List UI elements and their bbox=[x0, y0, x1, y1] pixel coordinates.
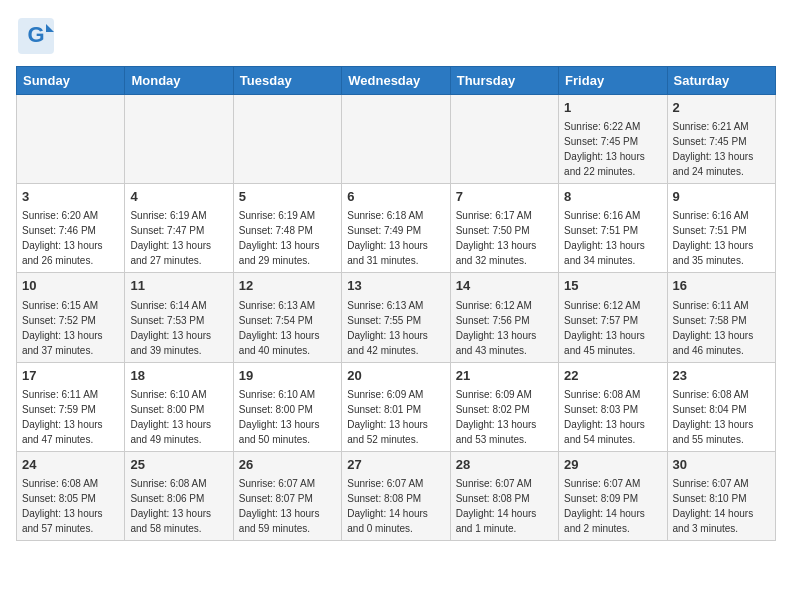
day-info: Sunrise: 6:13 AM Sunset: 7:54 PM Dayligh… bbox=[239, 300, 320, 356]
col-header-sunday: Sunday bbox=[17, 67, 125, 95]
calendar-cell bbox=[342, 95, 450, 184]
day-info: Sunrise: 6:19 AM Sunset: 7:48 PM Dayligh… bbox=[239, 210, 320, 266]
calendar-week-5: 24Sunrise: 6:08 AM Sunset: 8:05 PM Dayli… bbox=[17, 451, 776, 540]
day-info: Sunrise: 6:07 AM Sunset: 8:10 PM Dayligh… bbox=[673, 478, 754, 534]
day-number: 28 bbox=[456, 456, 553, 474]
calendar-cell: 30Sunrise: 6:07 AM Sunset: 8:10 PM Dayli… bbox=[667, 451, 775, 540]
col-header-saturday: Saturday bbox=[667, 67, 775, 95]
calendar-cell: 20Sunrise: 6:09 AM Sunset: 8:01 PM Dayli… bbox=[342, 362, 450, 451]
day-info: Sunrise: 6:20 AM Sunset: 7:46 PM Dayligh… bbox=[22, 210, 103, 266]
day-info: Sunrise: 6:22 AM Sunset: 7:45 PM Dayligh… bbox=[564, 121, 645, 177]
day-info: Sunrise: 6:07 AM Sunset: 8:08 PM Dayligh… bbox=[347, 478, 428, 534]
day-info: Sunrise: 6:16 AM Sunset: 7:51 PM Dayligh… bbox=[564, 210, 645, 266]
day-info: Sunrise: 6:08 AM Sunset: 8:05 PM Dayligh… bbox=[22, 478, 103, 534]
calendar-cell: 17Sunrise: 6:11 AM Sunset: 7:59 PM Dayli… bbox=[17, 362, 125, 451]
day-info: Sunrise: 6:09 AM Sunset: 8:01 PM Dayligh… bbox=[347, 389, 428, 445]
calendar-cell: 2Sunrise: 6:21 AM Sunset: 7:45 PM Daylig… bbox=[667, 95, 775, 184]
day-number: 18 bbox=[130, 367, 227, 385]
day-number: 17 bbox=[22, 367, 119, 385]
day-info: Sunrise: 6:08 AM Sunset: 8:03 PM Dayligh… bbox=[564, 389, 645, 445]
page-header: G bbox=[16, 16, 776, 56]
day-info: Sunrise: 6:11 AM Sunset: 7:58 PM Dayligh… bbox=[673, 300, 754, 356]
calendar-week-4: 17Sunrise: 6:11 AM Sunset: 7:59 PM Dayli… bbox=[17, 362, 776, 451]
day-info: Sunrise: 6:08 AM Sunset: 8:06 PM Dayligh… bbox=[130, 478, 211, 534]
calendar-cell: 4Sunrise: 6:19 AM Sunset: 7:47 PM Daylig… bbox=[125, 184, 233, 273]
calendar-cell bbox=[233, 95, 341, 184]
day-info: Sunrise: 6:11 AM Sunset: 7:59 PM Dayligh… bbox=[22, 389, 103, 445]
calendar-cell: 29Sunrise: 6:07 AM Sunset: 8:09 PM Dayli… bbox=[559, 451, 667, 540]
calendar-cell: 13Sunrise: 6:13 AM Sunset: 7:55 PM Dayli… bbox=[342, 273, 450, 362]
calendar-table: SundayMondayTuesdayWednesdayThursdayFrid… bbox=[16, 66, 776, 541]
col-header-tuesday: Tuesday bbox=[233, 67, 341, 95]
calendar-cell: 21Sunrise: 6:09 AM Sunset: 8:02 PM Dayli… bbox=[450, 362, 558, 451]
calendar-cell: 15Sunrise: 6:12 AM Sunset: 7:57 PM Dayli… bbox=[559, 273, 667, 362]
day-number: 4 bbox=[130, 188, 227, 206]
calendar-header-row: SundayMondayTuesdayWednesdayThursdayFrid… bbox=[17, 67, 776, 95]
day-info: Sunrise: 6:19 AM Sunset: 7:47 PM Dayligh… bbox=[130, 210, 211, 266]
day-number: 8 bbox=[564, 188, 661, 206]
calendar-cell bbox=[17, 95, 125, 184]
day-number: 3 bbox=[22, 188, 119, 206]
logo-icon: G bbox=[16, 16, 56, 56]
calendar-cell: 6Sunrise: 6:18 AM Sunset: 7:49 PM Daylig… bbox=[342, 184, 450, 273]
col-header-monday: Monday bbox=[125, 67, 233, 95]
calendar-cell: 18Sunrise: 6:10 AM Sunset: 8:00 PM Dayli… bbox=[125, 362, 233, 451]
calendar-cell: 23Sunrise: 6:08 AM Sunset: 8:04 PM Dayli… bbox=[667, 362, 775, 451]
calendar-cell: 8Sunrise: 6:16 AM Sunset: 7:51 PM Daylig… bbox=[559, 184, 667, 273]
day-number: 14 bbox=[456, 277, 553, 295]
day-number: 23 bbox=[673, 367, 770, 385]
day-number: 26 bbox=[239, 456, 336, 474]
calendar-week-1: 1Sunrise: 6:22 AM Sunset: 7:45 PM Daylig… bbox=[17, 95, 776, 184]
calendar-cell: 12Sunrise: 6:13 AM Sunset: 7:54 PM Dayli… bbox=[233, 273, 341, 362]
calendar-week-2: 3Sunrise: 6:20 AM Sunset: 7:46 PM Daylig… bbox=[17, 184, 776, 273]
day-info: Sunrise: 6:10 AM Sunset: 8:00 PM Dayligh… bbox=[130, 389, 211, 445]
calendar-cell: 16Sunrise: 6:11 AM Sunset: 7:58 PM Dayli… bbox=[667, 273, 775, 362]
calendar-cell: 7Sunrise: 6:17 AM Sunset: 7:50 PM Daylig… bbox=[450, 184, 558, 273]
day-number: 22 bbox=[564, 367, 661, 385]
day-number: 5 bbox=[239, 188, 336, 206]
day-number: 25 bbox=[130, 456, 227, 474]
day-number: 2 bbox=[673, 99, 770, 117]
calendar-week-3: 10Sunrise: 6:15 AM Sunset: 7:52 PM Dayli… bbox=[17, 273, 776, 362]
calendar-cell: 25Sunrise: 6:08 AM Sunset: 8:06 PM Dayli… bbox=[125, 451, 233, 540]
day-number: 29 bbox=[564, 456, 661, 474]
calendar-cell: 5Sunrise: 6:19 AM Sunset: 7:48 PM Daylig… bbox=[233, 184, 341, 273]
day-number: 10 bbox=[22, 277, 119, 295]
day-info: Sunrise: 6:16 AM Sunset: 7:51 PM Dayligh… bbox=[673, 210, 754, 266]
day-number: 15 bbox=[564, 277, 661, 295]
calendar-cell: 14Sunrise: 6:12 AM Sunset: 7:56 PM Dayli… bbox=[450, 273, 558, 362]
day-number: 27 bbox=[347, 456, 444, 474]
col-header-thursday: Thursday bbox=[450, 67, 558, 95]
calendar-cell: 22Sunrise: 6:08 AM Sunset: 8:03 PM Dayli… bbox=[559, 362, 667, 451]
day-number: 7 bbox=[456, 188, 553, 206]
day-info: Sunrise: 6:12 AM Sunset: 7:56 PM Dayligh… bbox=[456, 300, 537, 356]
day-number: 20 bbox=[347, 367, 444, 385]
day-number: 11 bbox=[130, 277, 227, 295]
col-header-wednesday: Wednesday bbox=[342, 67, 450, 95]
day-info: Sunrise: 6:12 AM Sunset: 7:57 PM Dayligh… bbox=[564, 300, 645, 356]
day-number: 6 bbox=[347, 188, 444, 206]
day-number: 30 bbox=[673, 456, 770, 474]
logo: G bbox=[16, 16, 60, 56]
day-number: 19 bbox=[239, 367, 336, 385]
calendar-cell: 10Sunrise: 6:15 AM Sunset: 7:52 PM Dayli… bbox=[17, 273, 125, 362]
calendar-cell: 27Sunrise: 6:07 AM Sunset: 8:08 PM Dayli… bbox=[342, 451, 450, 540]
day-info: Sunrise: 6:07 AM Sunset: 8:09 PM Dayligh… bbox=[564, 478, 645, 534]
day-number: 21 bbox=[456, 367, 553, 385]
calendar-cell: 11Sunrise: 6:14 AM Sunset: 7:53 PM Dayli… bbox=[125, 273, 233, 362]
day-info: Sunrise: 6:09 AM Sunset: 8:02 PM Dayligh… bbox=[456, 389, 537, 445]
day-info: Sunrise: 6:07 AM Sunset: 8:07 PM Dayligh… bbox=[239, 478, 320, 534]
svg-text:G: G bbox=[27, 22, 44, 47]
day-number: 9 bbox=[673, 188, 770, 206]
day-info: Sunrise: 6:21 AM Sunset: 7:45 PM Dayligh… bbox=[673, 121, 754, 177]
calendar-cell: 26Sunrise: 6:07 AM Sunset: 8:07 PM Dayli… bbox=[233, 451, 341, 540]
day-number: 16 bbox=[673, 277, 770, 295]
day-info: Sunrise: 6:10 AM Sunset: 8:00 PM Dayligh… bbox=[239, 389, 320, 445]
day-number: 24 bbox=[22, 456, 119, 474]
calendar-cell: 19Sunrise: 6:10 AM Sunset: 8:00 PM Dayli… bbox=[233, 362, 341, 451]
day-info: Sunrise: 6:18 AM Sunset: 7:49 PM Dayligh… bbox=[347, 210, 428, 266]
calendar-cell bbox=[450, 95, 558, 184]
day-info: Sunrise: 6:07 AM Sunset: 8:08 PM Dayligh… bbox=[456, 478, 537, 534]
day-info: Sunrise: 6:17 AM Sunset: 7:50 PM Dayligh… bbox=[456, 210, 537, 266]
col-header-friday: Friday bbox=[559, 67, 667, 95]
